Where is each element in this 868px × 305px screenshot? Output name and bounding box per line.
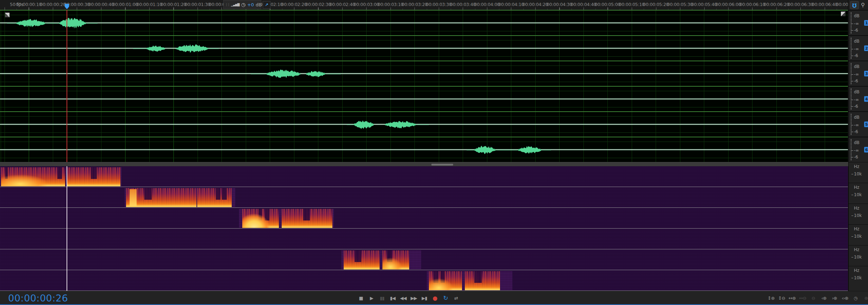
db-unit-label: dB: [854, 13, 860, 18]
zoom-out-time-button[interactable]: ↔⊖: [799, 293, 807, 303]
zoom-in-time-button[interactable]: ↔⊕: [788, 293, 796, 303]
scale-tick: [851, 157, 853, 157]
audio-clip-region[interactable]: [125, 188, 235, 207]
rewind-button[interactable]: ◀◀: [399, 293, 407, 303]
gain-hud[interactable]: ⋮⋮ ▁▃▅▇ ◷ +0 dB: [223, 0, 261, 9]
waveform[interactable]: [0, 36, 848, 61]
stop-button[interactable]: ■: [357, 293, 365, 303]
audio-clip-region[interactable]: [342, 250, 421, 269]
db-neg-infinity-label: -∞: [854, 148, 859, 153]
track-number-badge[interactable]: 4: [864, 96, 868, 102]
track-number-badge[interactable]: 3: [864, 71, 868, 76]
zoom-out-full-button[interactable]: ⊖: [809, 293, 817, 303]
scale-tick: [851, 81, 853, 81]
waveform-track-area[interactable]: [0, 10, 848, 162]
audio-clip-region[interactable]: [239, 209, 334, 228]
pause-button[interactable]: ▮▮: [378, 293, 386, 303]
db-unit-label: dB: [854, 39, 860, 44]
track-number-badge[interactable]: 6: [864, 147, 868, 152]
waveform[interactable]: [0, 112, 848, 137]
track-number-badge[interactable]: 2: [864, 45, 868, 51]
waveform-burst: [266, 69, 301, 78]
play-button[interactable]: ▶: [367, 293, 376, 303]
track-number-badge[interactable]: 5: [864, 122, 868, 127]
ruler-timecode-label: 00:00:06:10: [739, 2, 765, 7]
spectrogram-track-area[interactable]: [0, 166, 848, 291]
db-minus6-label: -6: [854, 129, 858, 134]
waveform[interactable]: [0, 87, 848, 112]
waveform-burst: [59, 18, 86, 29]
spectrogram-track-row[interactable]: [0, 229, 848, 249]
zoom-out-amplitude-button[interactable]: ↕⊖: [778, 293, 786, 303]
ruler-timecode-label: 00:00:04:30: [547, 2, 572, 7]
audio-clip-region[interactable]: [0, 167, 121, 186]
waveform-noise-floor: [86, 23, 98, 23]
spectral-energy-blob: [67, 167, 120, 186]
spectral-energy-blob: [197, 188, 232, 207]
drag-grip-icon[interactable]: ⋮⋮: [225, 3, 229, 6]
zoom-to-playhead-button[interactable]: ◷: [851, 293, 860, 303]
frequency-scale-row: Hz10k: [849, 204, 868, 224]
spectrogram-track-row[interactable]: [0, 249, 848, 270]
move-cursor-button[interactable]: ↗: [263, 1, 270, 9]
amplitude-scale-row: dB-∞-66: [849, 137, 868, 162]
scale-tick: [851, 174, 853, 174]
wave-track-row[interactable]: [0, 111, 848, 137]
gain-value[interactable]: +0: [247, 2, 254, 7]
marker-pin-icon[interactable]: ⚲: [861, 2, 865, 8]
frequency-scale-row: Hz10k: [849, 266, 868, 287]
record-button[interactable]: ●: [431, 293, 439, 303]
snap-toggle-button[interactable]: Ω: [850, 1, 859, 9]
spectrogram-track-row[interactable]: [0, 187, 848, 208]
waveform[interactable]: [0, 11, 848, 36]
ruler-timecode-label: 00:00:00:20: [40, 2, 66, 7]
go-to-end-button[interactable]: ▶▮: [420, 293, 429, 303]
splitter-handle[interactable]: [431, 164, 453, 166]
playhead-line-spectrogram[interactable]: [67, 166, 67, 291]
timeline-ruler[interactable]: 50 fps 00:00:00:1000:00:00:2000:00:00:30…: [0, 0, 848, 10]
db-neg-infinity-label: -∞: [854, 46, 859, 51]
ruler-timecode-label: 00:00:05:10: [619, 2, 645, 7]
ruler-ticks: [0, 7, 848, 10]
wave-track-row[interactable]: [0, 137, 848, 162]
zoom-in-amplitude-button[interactable]: ↕⊕: [767, 293, 775, 303]
fast-forward-button[interactable]: ▶▶: [410, 293, 418, 303]
waveform[interactable]: [0, 137, 848, 163]
waveform[interactable]: [0, 61, 848, 87]
spectrogram-track-row[interactable]: [0, 270, 848, 291]
transport-controls: ■▶▮▮▮◀◀◀▶▶▶▮●↻⇄: [357, 293, 460, 303]
zoom-in-at-in-point-button[interactable]: ‹⊕: [820, 293, 828, 303]
ruler-timecode-label: 00:00:00:10: [16, 2, 42, 7]
zoom-in-at-out-point-button[interactable]: ›⊕: [830, 293, 838, 303]
ruler-timecode-label: 00:00:01:30: [185, 2, 211, 7]
wave-track-row[interactable]: [0, 86, 848, 111]
clip-corner-icon[interactable]: [5, 13, 10, 17]
ruler-timecode-label: 00:00:03:20: [402, 2, 427, 7]
ruler-timecode-label: 00:00:00:40: [88, 2, 114, 7]
skip-selection-button[interactable]: ⇄: [452, 293, 460, 303]
wave-track-row[interactable]: [0, 61, 848, 86]
panel-corner-icon[interactable]: [841, 12, 845, 16]
current-timecode-display[interactable]: 00:00:00:26: [8, 293, 68, 304]
track-number-badge[interactable]: 1: [864, 20, 868, 26]
scale-tick: [851, 257, 853, 257]
go-to-start-button[interactable]: ▮◀: [388, 293, 397, 303]
gain-knob-icon[interactable]: ◷: [241, 2, 245, 7]
loop-playback-button[interactable]: ↻: [441, 293, 450, 303]
zoom-to-selection-button[interactable]: ‹›⊕: [841, 293, 849, 303]
wave-track-row[interactable]: [0, 35, 848, 61]
db-minus6-label: -6: [854, 155, 858, 160]
ruler-timecode-label: 00:00:03:10: [378, 2, 404, 7]
playhead-line-waveform[interactable]: [67, 10, 67, 162]
zoom-extra-button[interactable]: ⊕: [862, 293, 868, 303]
audio-clip-region[interactable]: [427, 271, 512, 290]
spectrogram-track-row[interactable]: [0, 208, 848, 229]
waveform-noise-floor: [347, 124, 354, 125]
db-unit-label: dB: [854, 140, 860, 145]
spectrogram-track-row[interactable]: [0, 166, 848, 187]
hz-unit-label: Hz: [854, 268, 859, 273]
spectral-notch: [144, 188, 149, 200]
waveform-noise-floor: [7, 23, 16, 23]
spectral-energy-blob: [242, 209, 279, 228]
wave-track-row[interactable]: [0, 10, 848, 35]
